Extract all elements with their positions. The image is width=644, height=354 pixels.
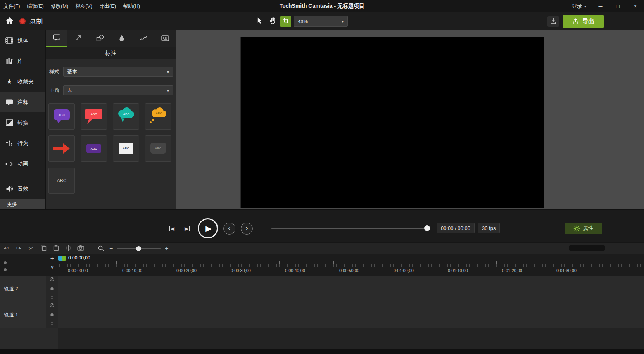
track-lane[interactable] xyxy=(58,276,644,302)
collapse-tracks-button[interactable]: ∨ xyxy=(49,264,55,270)
tab-blur-highlight[interactable] xyxy=(111,30,133,47)
maximize-button[interactable]: □ xyxy=(609,0,627,12)
callout-tile-thought[interactable]: ABC xyxy=(145,103,171,130)
sidebar-item-behaviors[interactable]: 行为 xyxy=(0,133,45,154)
ruler-label: 0:00:30;00 xyxy=(231,268,251,273)
sidebar-item-label: 注释 xyxy=(17,99,28,106)
track-height-icon[interactable] xyxy=(50,321,54,328)
sidebar-item-favorites[interactable]: ★ 收藏夹 xyxy=(0,71,45,92)
preview-scrubber[interactable] xyxy=(271,228,430,229)
main-toolbar: 录制 43% xyxy=(0,12,644,30)
home-button[interactable] xyxy=(5,17,15,26)
menu-help[interactable]: 帮助(H) xyxy=(119,0,143,12)
track-height-icon[interactable] xyxy=(50,295,54,302)
sidebar-item-annotations[interactable]: 注释 xyxy=(0,92,45,112)
track-header[interactable]: 轨道 1 xyxy=(0,302,46,328)
sidebar-item-library[interactable]: 库 xyxy=(0,51,45,71)
paste-button[interactable] xyxy=(51,244,60,253)
pan-tool-button[interactable] xyxy=(267,16,278,27)
playhead-line[interactable] xyxy=(62,261,62,349)
copy-button[interactable] xyxy=(39,244,48,253)
menu-export[interactable]: 导出(E) xyxy=(96,0,119,12)
track-lane[interactable] xyxy=(58,302,644,328)
minimize-button[interactable]: ─ xyxy=(592,0,609,12)
zoom-in-button[interactable]: + xyxy=(165,245,168,252)
scrubber-handle[interactable] xyxy=(424,225,430,231)
timeline-zoom-slider[interactable] xyxy=(117,248,161,249)
style-dropdown[interactable]: 基本 ▾ xyxy=(63,67,173,77)
callout-tile-banner[interactable]: ABC xyxy=(81,135,107,162)
sidebar-item-animations[interactable]: 动画 xyxy=(0,154,45,174)
video-preview[interactable] xyxy=(240,37,544,208)
droplet-tab-icon xyxy=(119,35,125,43)
playhead-out-handle[interactable] xyxy=(62,256,66,261)
sidebar-item-audio-effects[interactable]: 音效 xyxy=(0,178,45,199)
track-disable-icon[interactable] xyxy=(50,276,54,283)
redo-button[interactable]: ↷ xyxy=(14,244,23,253)
callout-tile-rounded[interactable]: ABC xyxy=(48,103,75,130)
chevron-left-icon: ‹ xyxy=(228,224,230,231)
quiz-toggle-icon[interactable] xyxy=(4,268,7,271)
zoom-slider-handle[interactable] xyxy=(136,246,141,251)
close-button[interactable]: × xyxy=(627,0,644,12)
timeline-ruler[interactable]: + ∨ 0:00:00;00 0:00:00;00 0:00:10;00 0:0… xyxy=(0,254,644,276)
undo-button[interactable]: ↶ xyxy=(2,244,11,253)
record-button[interactable]: 录制 xyxy=(19,12,43,30)
tab-sketch-motion[interactable] xyxy=(133,30,154,47)
sidebar-more-button[interactable]: 更多 xyxy=(0,199,45,209)
cursor-tool-button[interactable] xyxy=(254,16,265,27)
timeline-zoom-button[interactable] xyxy=(96,244,105,253)
sign-in-button[interactable]: 登录 ▾ xyxy=(566,3,592,10)
menu-edit[interactable]: 编辑(E) xyxy=(24,0,47,12)
tab-callouts[interactable] xyxy=(46,30,67,47)
callout-icon xyxy=(5,99,14,106)
tile-text: ABC xyxy=(156,112,162,115)
callout-tile-speech[interactable]: ABC xyxy=(81,103,107,130)
add-track-button[interactable]: + xyxy=(49,255,55,262)
screenshot-button[interactable] xyxy=(76,244,85,253)
callout-tile-arrow[interactable] xyxy=(48,135,75,162)
menu-modify[interactable]: 修改(M) xyxy=(47,0,72,12)
playhead-in-handle[interactable] xyxy=(58,256,62,261)
callout-tile-cloud[interactable]: ABC xyxy=(113,103,139,130)
callout-tile-subtle[interactable]: ABC xyxy=(145,135,171,162)
sidebar-item-media[interactable]: 媒体 xyxy=(0,30,45,51)
menu-file[interactable]: 文件(F) xyxy=(0,0,24,12)
tab-keystroke-callouts[interactable] xyxy=(154,30,176,47)
jump-forward-button[interactable]: › xyxy=(241,223,253,235)
track-label: 轨道 1 xyxy=(4,311,18,318)
play-icon: ▶ xyxy=(205,224,211,232)
sidebar-spacer xyxy=(0,174,45,178)
tab-arrows-lines[interactable] xyxy=(67,30,89,47)
track-header[interactable]: 轨道 2 xyxy=(0,276,46,302)
zoom-out-button[interactable]: − xyxy=(109,245,113,252)
tile-text: ABC xyxy=(59,113,65,117)
tracks-left-area xyxy=(0,328,58,349)
cut-button[interactable]: ✂ xyxy=(26,244,36,253)
track-lock-icon[interactable] xyxy=(50,285,54,292)
timeline-scrollbar[interactable] xyxy=(569,245,605,251)
timeline-tracks: 轨道 2 轨道 1 xyxy=(0,276,644,349)
callout-tile-textbox[interactable]: ABC xyxy=(113,135,139,162)
callout-tile-plain-text[interactable]: ABC xyxy=(48,168,75,194)
download-button[interactable] xyxy=(547,16,559,27)
jump-back-button[interactable]: ‹ xyxy=(223,223,235,235)
sign-in-label: 登录 xyxy=(572,3,582,10)
menu-view[interactable]: 视图(V) xyxy=(72,0,95,12)
track-lock-icon[interactable] xyxy=(50,311,54,318)
crop-tool-button[interactable] xyxy=(280,16,291,27)
previous-frame-button[interactable]: ◀ xyxy=(167,223,177,233)
track-disable-icon[interactable] xyxy=(50,302,54,309)
tab-shapes[interactable] xyxy=(89,30,111,47)
sidebar-item-transitions[interactable]: 转换 xyxy=(0,112,45,133)
next-frame-button[interactable]: ▶ xyxy=(182,223,192,233)
record-label: 录制 xyxy=(29,17,43,26)
tile-text: ABC xyxy=(123,112,130,116)
export-button[interactable]: 导出 xyxy=(563,15,604,28)
split-button[interactable] xyxy=(64,244,73,253)
marker-toggle-icon[interactable] xyxy=(4,261,7,264)
play-button[interactable]: ▶ xyxy=(198,218,218,238)
canvas-zoom-dropdown[interactable]: 43% ▾ xyxy=(294,16,348,27)
theme-dropdown[interactable]: 无 ▾ xyxy=(63,85,173,95)
properties-button[interactable]: 属性 xyxy=(565,223,602,234)
